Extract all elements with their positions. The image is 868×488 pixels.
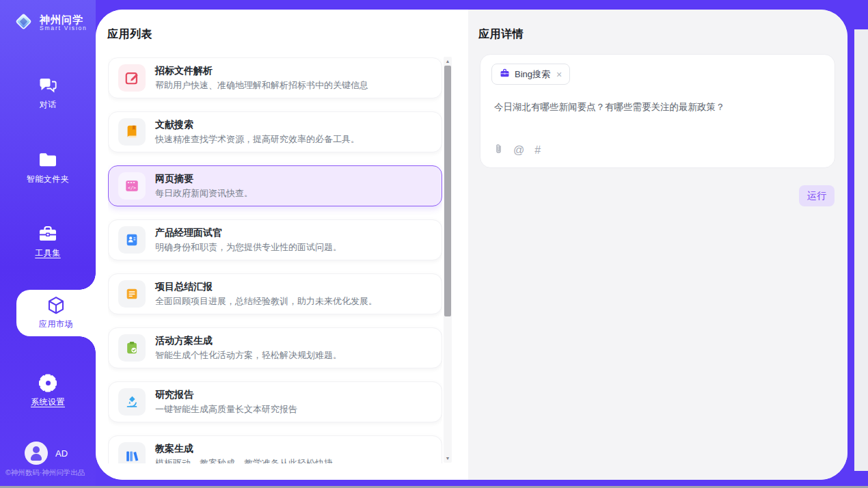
app-card-project-summary[interactable]: 项目总结汇报 全面回顾项目进展，总结经验教训，助力未来优化发展。 <box>108 273 442 314</box>
app-card-desc: 明确身份和职责，为您提供专业性的面试问题。 <box>155 241 342 254</box>
sidebar-item-chat[interactable]: 对话 <box>0 76 96 111</box>
sidebar-item-app-market[interactable]: 应用市场 <box>16 290 96 336</box>
close-icon[interactable]: × <box>556 70 562 79</box>
sidebar-item-label: 应用市场 <box>39 318 73 330</box>
app-card-desc: 全面回顾项目进展，总结经验教训，助力未来优化发展。 <box>155 295 377 308</box>
brand-logo: 神州问学 Smart Vision <box>12 10 87 36</box>
sidebar-item-label: 对话 <box>40 99 57 111</box>
app-card-title: 文献搜索 <box>155 119 360 131</box>
app-card-title: 产品经理面试官 <box>155 227 342 239</box>
microscope-icon <box>118 388 146 416</box>
window-right-gutter <box>854 29 868 471</box>
pencil-square-icon <box>118 64 146 92</box>
prompt-text[interactable]: 今日湖北有哪些新闻要点？有哪些需要关注的最新政策？ <box>494 101 822 113</box>
sidebar-item-settings[interactable]: 系统设置 <box>0 373 96 408</box>
app-card-list: 招标文件解析 帮助用户快速、准确地理解和解析招标书中的关键信息 文献搜索 快速精… <box>108 57 442 463</box>
app-card-event-plan[interactable]: 活动方案生成 智能生成个性化活动方案，轻松解决规划难题。 <box>108 327 442 368</box>
clipboard-check-icon <box>118 334 146 362</box>
app-card-desc: 帮助用户快速、准确地理解和解析招标书中的关键信息 <box>155 79 368 92</box>
brand-name: 神州问学 <box>40 14 87 25</box>
main-content: 应用列表 招标文件解析 帮助用户快速、准确地理解和解析招标书中的关键信息 <box>96 10 847 480</box>
tool-chip-bing-search[interactable]: Bing搜索 × <box>491 64 570 85</box>
user-label: AD <box>55 448 68 459</box>
app-detail-panel: 应用详情 Bing搜索 × 今日湖北有哪些新闻要点？有哪些需要关注的最新政策？ <box>468 10 847 480</box>
app-card-literature-search[interactable]: 文献搜索 快速精准查找学术资源，提高研究效率的必备工具。 <box>108 111 442 152</box>
app-card-lesson-plan[interactable]: 教案生成 模板驱动，教案秒成，教学准备从此轻松快捷 <box>108 435 442 463</box>
app-card-title: 招标文件解析 <box>155 65 368 77</box>
user-row: AD <box>25 442 68 465</box>
book-icon <box>118 118 146 146</box>
app-card-desc: 一键智能生成高质量长文本研究报告 <box>155 403 297 416</box>
hashtag-icon[interactable]: # <box>534 145 541 156</box>
books-icon <box>118 442 146 463</box>
svg-text:</>: </> <box>128 185 136 191</box>
briefcase-icon <box>500 68 510 81</box>
brand-gem-icon <box>12 10 35 36</box>
app-card-title: 研究报告 <box>155 389 297 401</box>
scroll-up-icon[interactable]: ▲ <box>444 59 452 64</box>
app-card-title: 教案生成 <box>155 443 333 455</box>
app-card-title: 项目总结汇报 <box>155 281 377 293</box>
app-card-desc: 快速精准查找学术资源，提高研究效率的必备工具。 <box>155 133 360 146</box>
sidebar-item-toolset[interactable]: 工具集 <box>0 224 96 259</box>
scrollbar-thumb[interactable] <box>444 66 451 316</box>
app-card-bid-parse[interactable]: 招标文件解析 帮助用户快速、准确地理解和解析招标书中的关键信息 <box>108 57 442 98</box>
mention-icon[interactable]: @ <box>513 145 524 156</box>
sidebar-item-label: 工具集 <box>35 247 61 259</box>
tool-chip-label: Bing搜索 <box>515 68 550 81</box>
app-card-webpage-summary[interactable]: </> 网页摘要 每日政府新闻资讯快查。 <box>108 165 442 206</box>
gear-icon <box>38 373 57 392</box>
app-card-desc: 每日政府新闻资讯快查。 <box>155 187 253 200</box>
sidebar-footer: ©神州数码·神州问学出品 <box>5 468 85 478</box>
app-card-title: 网页摘要 <box>155 173 253 185</box>
app-list-title: 应用列表 <box>107 27 152 42</box>
app-list-panel: 应用列表 招标文件解析 帮助用户快速、准确地理解和解析招标书中的关键信息 <box>96 10 468 480</box>
app-card-research-report[interactable]: 研究报告 一键智能生成高质量长文本研究报告 <box>108 381 442 422</box>
sidebar: 神州问学 Smart Vision 对话 智能文件夹 <box>0 0 96 486</box>
chat-icon <box>38 76 58 95</box>
interviewer-icon <box>118 226 146 254</box>
paperclip-icon[interactable] <box>494 143 503 157</box>
sidebar-item-label: 智能文件夹 <box>27 174 70 185</box>
scroll-down-icon[interactable]: ▼ <box>444 456 452 461</box>
list-scrollbar[interactable]: ▲ ▼ <box>444 57 452 463</box>
brand-subtitle: Smart Vision <box>40 25 87 32</box>
cube-icon <box>46 296 66 315</box>
notepad-icon <box>118 280 146 308</box>
app-detail-title: 应用详情 <box>478 27 524 42</box>
folder-icon <box>38 150 57 170</box>
sidebar-item-smart-folder[interactable]: 智能文件夹 <box>0 150 96 185</box>
browser-code-icon: </> <box>118 172 146 200</box>
attachment-toolbar: @ # <box>494 143 541 157</box>
toolbox-icon <box>38 224 57 243</box>
app-card-title: 活动方案生成 <box>155 335 342 347</box>
sidebar-item-label: 系统设置 <box>31 396 65 408</box>
app-card-pm-interviewer[interactable]: 产品经理面试官 明确身份和职责，为您提供专业性的面试问题。 <box>108 219 442 260</box>
prompt-card[interactable]: Bing搜索 × 今日湖北有哪些新闻要点？有哪些需要关注的最新政策？ @ # <box>480 54 835 168</box>
app-card-desc: 模板驱动，教案秒成，教学准备从此轻松快捷 <box>155 457 333 464</box>
run-button[interactable]: 运行 <box>799 185 835 206</box>
app-card-desc: 智能生成个性化活动方案，轻松解决规划难题。 <box>155 349 342 362</box>
avatar[interactable] <box>25 442 48 465</box>
